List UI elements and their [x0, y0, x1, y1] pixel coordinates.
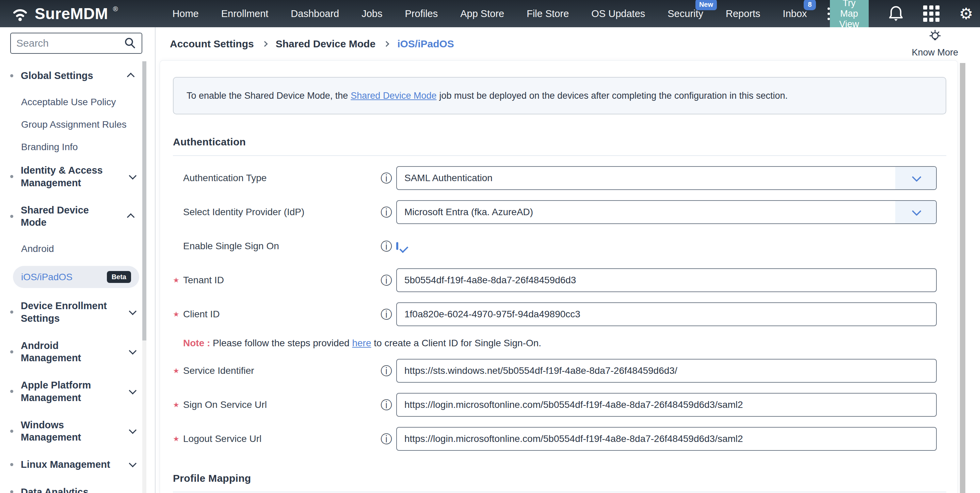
suremdm-console: SureMDM ® Home Enrollment Dashboard Jobs… — [0, 0, 980, 493]
logout-service-url-input[interactable] — [396, 427, 937, 451]
chevron-down-icon — [912, 172, 921, 182]
sidebar-item-identity-access-management[interactable]: Identity & Access Management — [10, 164, 134, 189]
select-dropdown-area[interactable] — [895, 167, 936, 189]
field-label: Tenant ID — [173, 275, 380, 286]
shared-device-mode-panel: To enable the Shared Device Mode, the Sh… — [160, 60, 958, 493]
nav-item-inbox[interactable]: Inbox 8 — [783, 8, 807, 19]
bullet-icon — [10, 463, 13, 466]
info-icon[interactable]: ⓘ — [380, 172, 396, 184]
sidebar-item-shared-device-mode[interactable]: Shared Device Mode — [10, 204, 134, 229]
authentication-section-title: Authentication — [173, 136, 946, 148]
more-menu-icon[interactable] — [827, 8, 830, 20]
chevron-down-icon — [129, 386, 137, 394]
here-link[interactable]: here — [352, 338, 371, 348]
field-row-sign-on-service-url: Sign On Service Url ⓘ — [173, 393, 946, 417]
chevron-down-icon — [129, 460, 137, 468]
info-banner: To enable the Shared Device Mode, the Sh… — [173, 77, 946, 115]
sidebar-item-linux-management[interactable]: Linux Management — [10, 458, 134, 471]
profile-mapping-section-title: Profile Mapping — [173, 472, 946, 484]
breadcrumb-row: Account Settings Shared Device Mode iOS/… — [156, 27, 980, 60]
breadcrumb: Account Settings Shared Device Mode iOS/… — [170, 38, 454, 50]
chevron-down-icon — [912, 206, 921, 216]
sidebar-item-data-analytics[interactable]: Data Analytics — [10, 486, 134, 493]
chevron-down-icon — [129, 426, 137, 434]
field-label: Sign On Service Url — [173, 399, 380, 410]
settings-gear-icon[interactable]: ⚙ — [959, 6, 973, 21]
identity-provider-select[interactable]: Microsoft Entra (fka. AzureAD) — [396, 200, 937, 224]
field-label: Authentication Type — [173, 173, 380, 183]
field-row-tenant-id: Tenant ID ⓘ — [173, 268, 946, 292]
nav-item-reports[interactable]: Reports — [726, 8, 760, 19]
nav-item-file-store[interactable]: File Store — [527, 8, 569, 19]
sidebar-item-android-management[interactable]: Android Management — [10, 339, 134, 364]
sidebar-item-global-settings[interactable]: Global Settings — [10, 70, 134, 82]
field-row-enable-sso: Enable Single Sign On ⓘ — [173, 234, 946, 258]
info-icon[interactable]: ⓘ — [380, 274, 396, 286]
sidebar-item-android[interactable]: Android — [21, 243, 134, 254]
info-icon[interactable]: ⓘ — [380, 206, 396, 218]
section-divider — [173, 491, 946, 492]
shared-device-mode-link[interactable]: Shared Device Mode — [351, 91, 436, 101]
content-scrollbar-thumb[interactable] — [960, 63, 966, 493]
notifications-bell-icon[interactable] — [888, 5, 904, 22]
breadcrumb-separator-icon — [262, 41, 267, 47]
breadcrumb-shared-device-mode[interactable]: Shared Device Mode — [276, 38, 375, 50]
search-icon — [123, 37, 137, 50]
brand[interactable]: SureMDM ® — [10, 4, 118, 24]
bullet-icon — [10, 74, 13, 77]
authentication-type-select[interactable]: SAML Authentication — [396, 166, 937, 190]
brand-name: SureMDM — [35, 5, 108, 23]
breadcrumb-account-settings[interactable]: Account Settings — [170, 38, 254, 50]
search-input[interactable] — [16, 37, 123, 49]
client-id-input[interactable] — [396, 302, 937, 326]
bullet-icon — [10, 215, 13, 218]
nav-item-security[interactable]: Security New — [668, 8, 703, 19]
service-identifier-input[interactable] — [396, 359, 937, 383]
nav-item-dashboard[interactable]: Dashboard — [291, 8, 339, 19]
info-icon[interactable]: ⓘ — [380, 240, 396, 252]
section-divider — [173, 155, 946, 156]
sidebar-item-device-enrollment-settings[interactable]: Device Enrollment Settings — [10, 300, 134, 324]
chevron-up-icon — [127, 213, 135, 221]
registered-mark: ® — [113, 5, 118, 13]
nav-item-jobs[interactable]: Jobs — [361, 8, 382, 19]
info-icon[interactable]: ⓘ — [380, 309, 396, 320]
info-icon[interactable]: ⓘ — [380, 399, 396, 410]
primary-nav: Home Enrollment Dashboard Jobs Profiles … — [172, 8, 807, 19]
sidebar-item-ios-ipados[interactable]: iOS/iPadOS Beta — [13, 266, 139, 288]
sidebar-item-branding-info[interactable]: Branding Info — [21, 142, 134, 153]
sidebar-item-group-assignment-rules[interactable]: Group Assignment Rules — [21, 119, 134, 130]
sidebar-search-box[interactable] — [10, 33, 142, 54]
breadcrumb-separator-icon — [383, 41, 390, 47]
bullet-icon — [10, 310, 13, 313]
nav-item-profiles[interactable]: Profiles — [405, 8, 438, 19]
main-content: Account Settings Shared Device Mode iOS/… — [156, 27, 980, 493]
sign-on-service-url-input[interactable] — [396, 393, 937, 417]
nav-item-app-store[interactable]: App Store — [460, 8, 504, 19]
select-dropdown-area[interactable] — [895, 201, 936, 223]
sidebar-scrollbar-thumb[interactable] — [142, 61, 146, 340]
nav-item-os-updates[interactable]: OS Updates — [591, 8, 645, 19]
ios-beta-badge: Beta — [107, 271, 131, 283]
security-new-badge: New — [695, 0, 717, 10]
tenant-id-input[interactable] — [396, 268, 937, 292]
enable-sso-checkbox[interactable] — [396, 242, 398, 250]
sidebar-item-apple-platform-management[interactable]: Apple Platform Management — [10, 379, 134, 404]
apps-grid-icon[interactable] — [923, 5, 940, 22]
field-label: Select Identity Provider (IdP) — [173, 207, 380, 218]
info-icon[interactable]: ⓘ — [380, 433, 396, 445]
know-more-button[interactable]: Know More — [912, 30, 958, 58]
field-row-service-identifier: Service Identifier ⓘ — [173, 359, 946, 383]
field-label: Service Identifier — [173, 365, 380, 376]
sidebar-item-acceptable-use-policy[interactable]: Acceptable Use Policy — [21, 97, 134, 108]
sidebar-item-windows-management[interactable]: Windows Management — [10, 419, 134, 444]
field-label: Logout Service Url — [173, 433, 380, 444]
inbox-count-badge: 8 — [804, 0, 816, 10]
bullet-icon — [10, 350, 13, 353]
nav-item-enrollment[interactable]: Enrollment — [221, 8, 269, 19]
info-icon[interactable]: ⓘ — [380, 365, 396, 377]
nav-item-home[interactable]: Home — [172, 8, 199, 19]
chevron-down-icon — [129, 172, 137, 180]
sidebar-nav-list: Global Settings Acceptable Use Policy Gr… — [10, 70, 155, 493]
top-navbar: SureMDM ® Home Enrollment Dashboard Jobs… — [0, 0, 980, 27]
